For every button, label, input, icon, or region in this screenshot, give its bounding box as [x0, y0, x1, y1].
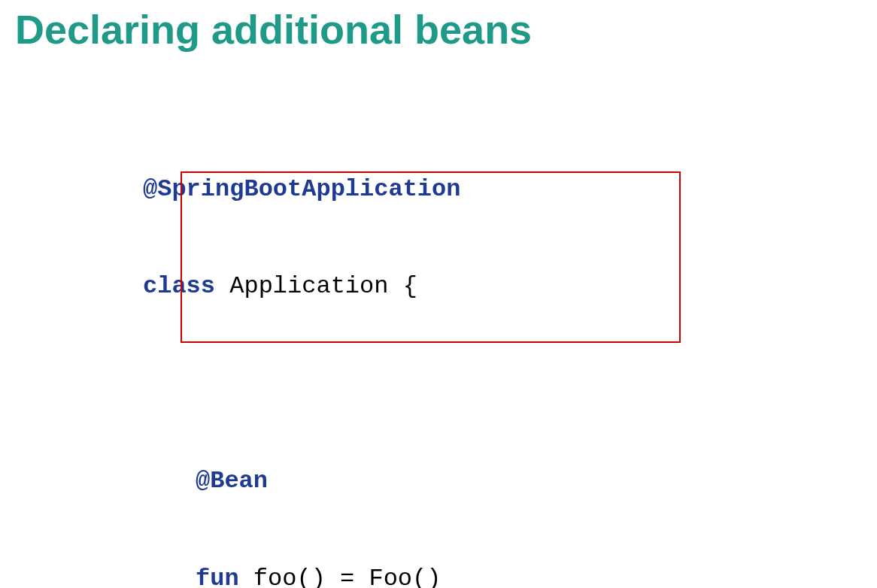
keyword-class: class: [143, 272, 215, 300]
keyword-fun-1: fun: [196, 565, 239, 588]
class-name: Application {: [215, 272, 417, 300]
code-block: @SpringBootApplication class Application…: [0, 75, 877, 588]
foo-definition: foo() = Foo(): [239, 565, 442, 588]
annotation-springboot: @SpringBootApplication: [143, 175, 460, 203]
annotation-bean-1: @Bean: [196, 467, 268, 495]
slide-title: Declaring additional beans: [0, 0, 877, 75]
